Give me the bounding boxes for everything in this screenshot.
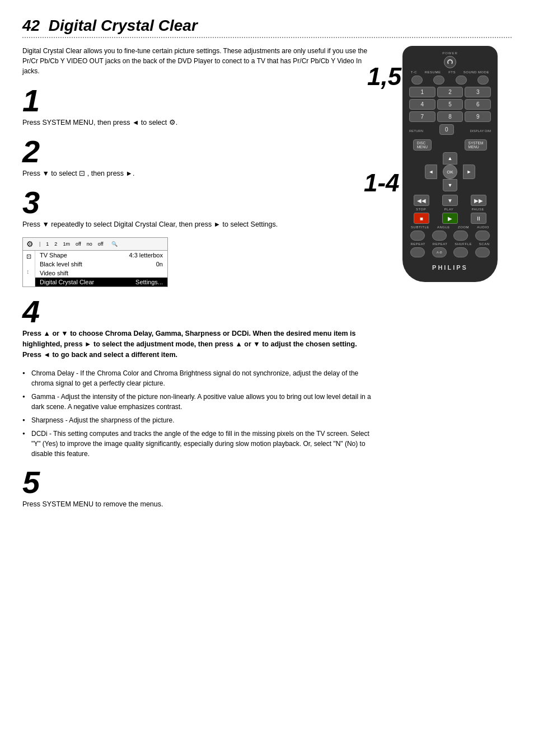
dpad-up-button[interactable]: ▲ <box>443 152 457 165</box>
tc-label: T-C <box>411 71 417 74</box>
angle-label: ANGLE <box>437 226 450 229</box>
sound-mode-button[interactable] <box>477 76 489 84</box>
bottom-btn-row-2: A-B <box>407 247 493 257</box>
sound-mode-label: SOUND MODE <box>463 71 489 74</box>
step-5-instruction: Press SYSTEM MENU to remove the menus. <box>22 499 377 510</box>
angle-button[interactable] <box>432 231 447 241</box>
transport-label-row: STOP PLAY PAUSE <box>407 208 493 211</box>
seek-row: ◀◀ ▼ ▶▶ <box>407 195 493 206</box>
num-3-button[interactable]: 3 <box>465 87 491 97</box>
chapter-number: 42 <box>22 17 40 34</box>
remote-brand: PHILIPS <box>407 264 493 271</box>
dpad-right-button[interactable]: ► <box>463 165 475 179</box>
bullet-chroma-delay: Chroma Delay - If the Chroma Color and C… <box>22 368 377 388</box>
menu-row-tv-shape: TV Shape 4:3 letterbox <box>35 251 167 260</box>
disc-menu-button[interactable]: DISCMENU <box>413 139 432 151</box>
side-label-14: 1-4 <box>364 169 400 197</box>
step-2-instruction: Press ▼ to select ⊡ , then press ►. <box>22 168 377 179</box>
return-zero-row: RETURN 0 DISPLAY DIM <box>407 124 493 137</box>
menu-rows: TV Shape 4:3 letterbox Black level shift… <box>35 251 167 287</box>
fts-button[interactable] <box>456 76 467 84</box>
stop-button[interactable]: ■ <box>414 213 429 224</box>
step-3: 3 Press ▼ repeatedly to select Digital C… <box>22 187 377 230</box>
step-2: 2 Press ▼ to select ⊡ , then press ►. <box>22 136 377 179</box>
step-2-number: 2 <box>22 136 377 167</box>
transport-row: ■ ▶ ⏸ <box>407 213 493 224</box>
tc-button[interactable] <box>411 76 423 84</box>
subtitle-button[interactable] <box>410 231 425 241</box>
scan-label: SCAN <box>479 242 490 246</box>
ok-button[interactable]: OK <box>443 165 457 179</box>
menu-table: ⚙ | 1 2 1m off no off 🔍 ⊡ ↕ TV Shape 4: <box>22 237 168 287</box>
stop-label: STOP <box>416 208 426 211</box>
right-column: 1,5 1-4 POWER T-C RESUME FTS SOUND MODE <box>388 46 512 517</box>
fts-label: FTS <box>448 71 456 74</box>
power-button[interactable] <box>444 56 456 68</box>
num-4-button[interactable]: 4 <box>409 99 435 110</box>
rewind-button[interactable]: ◀◀ <box>414 195 429 206</box>
bottom-label-row-2: REPEAT REPEAT SHUFFLE SCAN <box>407 242 493 246</box>
menu-header: ⚙ | 1 2 1m off no off 🔍 <box>23 238 167 251</box>
bullet-sharpness: Sharpness - Adjust the sharpness of the … <box>22 415 377 425</box>
side-label-15: 1,5 <box>367 63 401 91</box>
power-icon <box>447 59 453 65</box>
disc-system-row: DISCMENU SYSTEMMENU <box>407 139 493 151</box>
page-title: 42 Digital Crystal Clear <box>22 17 512 38</box>
num-8-button[interactable]: 8 <box>437 111 463 122</box>
step-4-number: 4 <box>22 296 377 327</box>
step-5-number: 5 <box>22 467 377 498</box>
bottom-btn-row-1 <box>407 231 493 241</box>
dpad-down-button[interactable]: ▼ <box>443 179 457 191</box>
step-3-number: 3 <box>22 187 377 218</box>
slow-down-button[interactable]: ▼ <box>442 195 458 206</box>
num-6-button[interactable]: 6 <box>465 99 491 110</box>
num-0-button[interactable]: 0 <box>439 124 454 135</box>
step-4: 4 Press ▲ or ▼ to choose Chroma Delay, G… <box>22 296 377 458</box>
subtitle-label: SUBTITLE <box>411 226 429 229</box>
repeat-button[interactable] <box>410 247 425 257</box>
play-button[interactable]: ▶ <box>442 213 458 224</box>
repeat-ab-button[interactable]: A-B <box>432 247 447 257</box>
number-grid: 1 2 3 4 5 6 7 8 9 <box>407 87 493 122</box>
step-1: 1 Press SYSTEM MENU, then press ◄ to sel… <box>22 85 377 128</box>
top-button-row <box>407 76 493 84</box>
shuffle-label: SHUFFLE <box>455 242 472 246</box>
dpad-left-button[interactable]: ◄ <box>425 165 437 179</box>
zoom-button[interactable] <box>453 231 468 241</box>
num-7-button[interactable]: 7 <box>409 111 435 122</box>
repeat-label: REPEAT <box>410 242 425 246</box>
step-4-bullets: Chroma Delay - If the Chroma Color and C… <box>22 368 377 459</box>
resume-label: RESUME <box>425 71 441 74</box>
dpad: ▲ ◄ OK ► ▼ <box>425 152 475 191</box>
system-menu-button[interactable]: SYSTEMMENU <box>465 139 488 151</box>
pause-button[interactable]: ⏸ <box>471 213 486 224</box>
top-label-row: T-C RESUME FTS SOUND MODE <box>407 71 493 74</box>
title-text: Digital Crystal Clear <box>49 17 198 34</box>
menu-row-black-level: Black level shift 0n <box>35 260 167 269</box>
dpad-wrap: ▲ ◄ OK ► ▼ <box>407 152 493 192</box>
num-2-button[interactable]: 2 <box>437 87 463 97</box>
intro-text: Digital Crystal Clear allows you to fine… <box>22 46 377 76</box>
play-label: PLAY <box>444 208 453 211</box>
scan-button[interactable] <box>475 247 490 257</box>
pause-label: PAUSE <box>471 208 484 211</box>
resume-button[interactable] <box>433 76 444 84</box>
menu-body: ⊡ ↕ TV Shape 4:3 letterbox Black level s… <box>23 251 167 287</box>
display-dim-label: DISPLAY DIM <box>470 129 491 133</box>
num-5-button[interactable]: 5 <box>437 99 463 110</box>
audio-label: AUDIO <box>477 226 489 229</box>
remote-outer-wrap: 1,5 1-4 POWER T-C RESUME FTS SOUND MODE <box>388 46 512 282</box>
num-9-button[interactable]: 9 <box>465 111 491 122</box>
bottom-label-row-1: SUBTITLE ANGLE ZOOM AUDIO <box>407 226 493 229</box>
step-1-number: 1 <box>22 85 377 116</box>
step-5: 5 Press SYSTEM MENU to remove the menus. <box>22 467 377 510</box>
zero-button-wrap: 0 <box>439 124 454 135</box>
bullet-dcdi: DCDi - This setting computes and tracks … <box>22 429 377 459</box>
shuffle-button[interactable] <box>453 247 468 257</box>
audio-button[interactable] <box>475 231 490 241</box>
content-column: Digital Crystal Clear allows you to fine… <box>22 46 377 517</box>
fast-forward-button[interactable]: ▶▶ <box>471 195 486 206</box>
menu-left-icons: ⊡ ↕ <box>23 251 35 287</box>
num-1-button[interactable]: 1 <box>409 87 435 97</box>
step-3-instruction: Press ▼ repeatedly to select Digital Cry… <box>22 219 377 230</box>
